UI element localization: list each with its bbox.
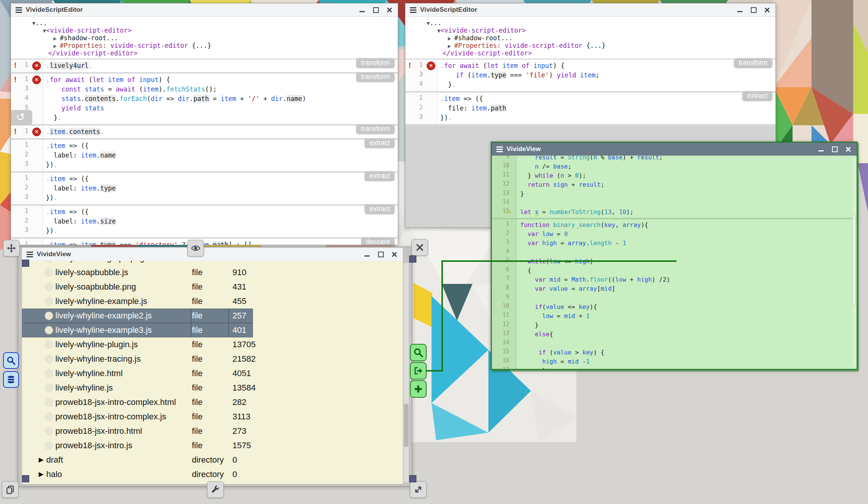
code-line[interactable]: low = mid + 1 <box>520 312 857 321</box>
data-source-button[interactable] <box>3 371 19 388</box>
code-line[interactable]: .lively4url. <box>46 61 398 71</box>
code-line[interactable]: }). <box>46 160 398 170</box>
list-item[interactable]: lively-whyline.htmlfile4051 <box>22 366 403 381</box>
code-section[interactable]: 9101112131415⚠ result = String(n % base)… <box>492 156 857 218</box>
code-area[interactable]: .item => item.type === 'directory' ? [it… <box>43 239 398 245</box>
code-area[interactable]: .item => ({ label: item.name}). <box>43 140 398 171</box>
list-item[interactable]: lively-module-graph.pngfile44061 <box>22 261 403 265</box>
code-line[interactable] <box>520 248 857 257</box>
list-item[interactable]: lively-whyline-plugin.jsfile13705 <box>22 337 403 352</box>
code-view[interactable]: 9101112131415⚠ result = String(n % base)… <box>492 156 857 369</box>
code-line[interactable]: }. <box>440 80 775 90</box>
tree-row[interactable]: </vivide-script-editor> <box>11 49 398 57</box>
code-line[interactable]: .item => item.type === 'directory' ? [it… <box>46 240 398 245</box>
list-item[interactable]: lively-whyline-example3.jsfile401 <box>22 323 403 337</box>
script-section[interactable]: extract123.item => ({ label: item.type})… <box>11 173 398 204</box>
code-line[interactable]: .item => ({ <box>46 207 398 217</box>
script-section[interactable]: transform!✕1.item.contents. <box>11 126 398 138</box>
preview-button[interactable] <box>187 240 204 257</box>
list-item[interactable]: ▶halodirectory0 <box>22 467 403 482</box>
error-badge-icon[interactable]: ✕ <box>32 61 41 70</box>
copy-button[interactable] <box>2 481 19 498</box>
script-section[interactable]: extract123.item => ({ file: item.path}). <box>405 93 775 124</box>
code-line[interactable]: .item.contents. <box>46 127 398 137</box>
list-item[interactable]: lively-soapbubble.jsfile910 <box>22 265 403 280</box>
code-area[interactable]: .for await (let item of input) { if (ite… <box>438 60 775 91</box>
close-button[interactable] <box>845 146 851 152</box>
code-line[interactable]: .item => ({ <box>46 141 398 151</box>
minimize-button[interactable] <box>818 146 824 152</box>
code-line[interactable]: n /= base; <box>520 162 857 171</box>
list-item[interactable]: lively-whyline-example.jsfile455 <box>22 294 403 309</box>
undo-icon[interactable]: ↺ <box>11 110 32 125</box>
tree-row[interactable]: ▶ #Properties: vivide-script-editor {...… <box>11 42 398 49</box>
tree-row[interactable]: ▶ #shadow-root... <box>11 34 398 42</box>
script-type-label[interactable]: transform <box>356 72 395 82</box>
code-line[interactable] <box>520 293 857 302</box>
code-line[interactable]: }). <box>440 113 775 123</box>
hamburger-menu-icon[interactable] <box>16 9 22 11</box>
close-button[interactable] <box>386 7 392 13</box>
code-line[interactable]: else{ <box>520 330 857 339</box>
code-line[interactable]: .item => ({ <box>440 94 775 104</box>
code-line[interactable]: function binary_search(key, array){ <box>520 220 857 230</box>
edit-button[interactable] <box>207 481 224 498</box>
code-area[interactable]: .item => ({ label: item.size}). <box>43 206 398 237</box>
code-area[interactable]: .item.contents. <box>43 126 398 138</box>
title-bar[interactable]: VivideScriptEditor <box>405 3 775 17</box>
scrollbar[interactable] <box>403 263 409 482</box>
corner-handle[interactable] <box>22 475 29 482</box>
add-button[interactable] <box>410 380 427 398</box>
list-item[interactable]: lively-whyline-example2.jsfile257 <box>22 309 403 323</box>
code-line[interactable]: var mid = Math.floor((low + high) /2) <box>520 275 857 284</box>
code-line[interactable]: }. <box>46 113 398 123</box>
minimize-button[interactable] <box>359 7 365 13</box>
code-line[interactable]: .item => ({ <box>46 174 398 184</box>
script-type-label[interactable]: transform <box>356 124 395 134</box>
code-line[interactable]: stats.contents.forEach(dir => dir.path =… <box>46 94 398 104</box>
code-line[interactable]: let s = numberToString(13, 10); <box>520 208 857 217</box>
code-line[interactable]: if (value > key) { <box>520 348 857 357</box>
move-button[interactable] <box>3 240 20 257</box>
code-line[interactable]: result = String(n % base) + result; <box>520 156 857 162</box>
code-line[interactable]: file: item.path <box>440 104 775 113</box>
corner-handle[interactable] <box>22 260 29 267</box>
code-line[interactable] <box>520 198 857 208</box>
maximize-button[interactable] <box>832 146 838 152</box>
code-line[interactable]: high = mid -1 <box>520 357 857 366</box>
export-probe-button[interactable] <box>410 362 427 380</box>
code-line[interactable] <box>520 339 857 348</box>
code-line[interactable]: while(low <= high) <box>520 257 857 266</box>
list-item[interactable]: proweb18-jsx-intro-complex.htmlfile282 <box>22 395 403 410</box>
maximize-button[interactable] <box>373 7 379 13</box>
code-section[interactable]: 1234567891011121314151617function binary… <box>492 218 857 369</box>
scrollbar-thumb[interactable] <box>404 403 408 447</box>
script-section[interactable]: transform!✕1.lively4url. <box>11 60 398 72</box>
script-section[interactable]: transform!✕↺13456.for await (let item of… <box>11 74 398 124</box>
code-line[interactable]: }). <box>46 193 398 203</box>
maximize-button[interactable] <box>378 251 384 257</box>
close-button[interactable] <box>391 251 397 257</box>
script-type-label[interactable]: extract <box>364 138 395 148</box>
minimize-button[interactable] <box>737 7 743 13</box>
list-item[interactable]: proweb18-jsx-intro-complex.jsfile3113 <box>22 410 403 424</box>
scrollbar[interactable] <box>852 158 856 367</box>
code-line[interactable]: label: item.type <box>46 184 398 193</box>
code-area[interactable]: .for await (let item of input) { const s… <box>43 74 398 124</box>
code-line[interactable]: } <box>520 189 857 198</box>
code-line[interactable]: } <box>520 321 857 330</box>
resize-button[interactable] <box>410 481 427 498</box>
code-line[interactable]: label: item.name <box>46 151 398 160</box>
code-area[interactable]: .item => ({ file: item.path}). <box>438 93 775 124</box>
code-line[interactable]: { <box>520 266 857 275</box>
tree-row[interactable]: ▶ #Properties: vivide-script-editor {...… <box>405 42 775 49</box>
list-item[interactable]: lively-whyline.jsfile13584 <box>22 381 403 395</box>
code-area[interactable]: .lively4url. <box>43 60 398 72</box>
script-section[interactable]: extract123.item => ({ label: item.size})… <box>11 206 398 237</box>
hamburger-menu-icon[interactable] <box>496 149 503 150</box>
tree-row[interactable]: ▼<vivide-script-editor> <box>405 27 775 34</box>
tree-row[interactable]: ▼... <box>11 19 398 27</box>
code-area[interactable]: .item => ({ label: item.type}). <box>43 173 398 204</box>
code-line[interactable]: var low = 0 <box>520 230 857 239</box>
minimize-button[interactable] <box>364 251 370 257</box>
